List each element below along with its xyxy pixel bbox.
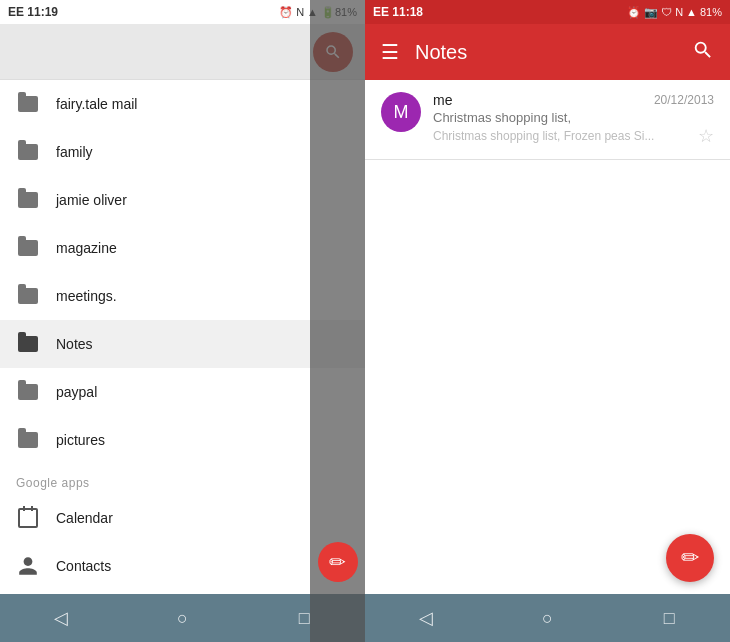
right-panel: EE 11:18 ⏰ 📷 🛡 N ▲ 81% ☰ Notes M [365, 0, 730, 642]
nav-label-calendar: Calendar [56, 510, 113, 526]
back-icon-right: ◁ [419, 607, 433, 629]
nav-label-magazine: magazine [56, 240, 117, 256]
calendar-nav-icon [16, 506, 40, 530]
wifi-icon-right: ▲ [686, 6, 697, 18]
email-date: 20/12/2013 [654, 93, 714, 107]
status-time-right: EE 11:18 [373, 5, 423, 19]
folder-icon-pictures [16, 428, 40, 452]
back-button-left[interactable]: ◁ [37, 594, 85, 642]
nav-label-notes: Notes [56, 336, 93, 352]
hamburger-icon: ☰ [381, 41, 399, 63]
header-left-group: ☰ Notes [381, 40, 467, 64]
email-sender: me [433, 92, 452, 108]
status-time-left: EE 11:19 [8, 5, 58, 19]
recent-icon-left: □ [299, 608, 310, 629]
home-button-left[interactable]: ○ [158, 594, 206, 642]
left-panel: EE 11:19 ⏰ N ▲ 🔋81% fairy.tale mail fam [0, 0, 365, 642]
bottom-nav-right: ◁ ○ □ [365, 594, 730, 642]
folder-icon-jamie [16, 188, 40, 212]
battery-icon-right: 81% [700, 6, 722, 18]
header-right: ☰ Notes [365, 24, 730, 80]
camera-icon-right: 📷 [644, 6, 658, 19]
recent-button-right[interactable]: □ [645, 594, 693, 642]
signal-icon: N [296, 6, 304, 18]
folder-icon-family [16, 140, 40, 164]
search-button-right[interactable] [692, 39, 714, 65]
email-preview-text: Christmas shopping list, Frozen peas Si.… [433, 129, 654, 143]
recent-icon-right: □ [664, 608, 675, 629]
nav-label-contacts: Contacts [56, 558, 111, 574]
folder-icon-fairytalemail [16, 92, 40, 116]
avatar-letter: M [394, 102, 409, 123]
nav-label-meetings: meetings. [56, 288, 117, 304]
back-button-right[interactable]: ◁ [402, 594, 450, 642]
email-header-row: me 20/12/2013 [433, 92, 714, 108]
back-icon-left: ◁ [54, 607, 68, 629]
email-preview: Christmas shopping list, Frozen peas Si.… [433, 125, 714, 147]
alarm-icon: ⏰ [279, 6, 293, 19]
alarm-icon-right: ⏰ [627, 6, 641, 19]
avatar: M [381, 92, 421, 132]
person-nav-icon [16, 554, 40, 578]
pencil-icon-right: ✏ [681, 545, 699, 571]
header-title: Notes [415, 41, 467, 64]
star-icon[interactable]: ☆ [698, 125, 714, 147]
folder-icon-meetings [16, 284, 40, 308]
folder-icon-notes [16, 332, 40, 356]
folder-icon-paypal [16, 380, 40, 404]
email-subject: Christmas shopping list, [433, 110, 714, 125]
pencil-icon-left: ✏ [329, 550, 346, 574]
nav-label-paypal: paypal [56, 384, 97, 400]
signal-icon-right: N [675, 6, 683, 18]
status-icons-right: ⏰ 📷 🛡 N ▲ 81% [627, 6, 722, 19]
nav-label-fairytalemail: fairy.tale mail [56, 96, 137, 112]
email-item[interactable]: M me 20/12/2013 Christmas shopping list,… [365, 80, 730, 160]
compose-fab-left[interactable]: ✏ [318, 542, 358, 582]
panel-overlay: ✏ [310, 0, 365, 642]
menu-button[interactable]: ☰ [381, 40, 399, 64]
nav-label-family: family [56, 144, 93, 160]
home-icon-right: ○ [542, 608, 553, 629]
email-content: me 20/12/2013 Christmas shopping list, C… [433, 92, 714, 147]
status-bar-right: EE 11:18 ⏰ 📷 🛡 N ▲ 81% [365, 0, 730, 24]
nav-label-pictures: pictures [56, 432, 105, 448]
email-list: M me 20/12/2013 Christmas shopping list,… [365, 80, 730, 594]
nav-label-jamie: jamie oliver [56, 192, 127, 208]
home-button-right[interactable]: ○ [523, 594, 571, 642]
folder-icon-magazine [16, 236, 40, 260]
home-icon-left: ○ [177, 608, 188, 629]
shield-icon-right: 🛡 [661, 6, 672, 18]
compose-fab-right[interactable]: ✏ [666, 534, 714, 582]
